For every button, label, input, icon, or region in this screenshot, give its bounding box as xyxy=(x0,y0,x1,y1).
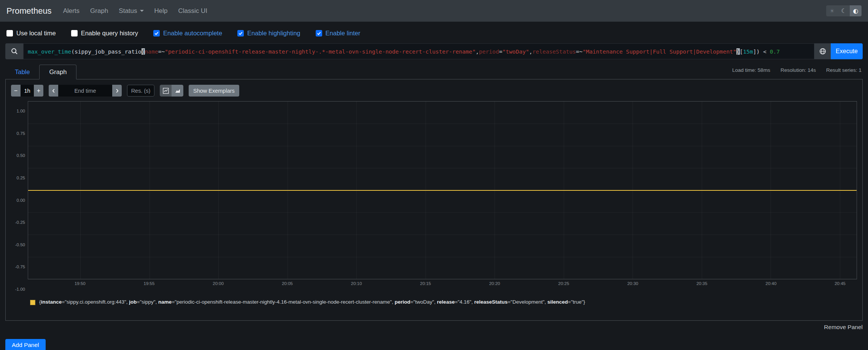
x-axis-tick-label: 20:10 xyxy=(351,281,362,286)
query-token: , xyxy=(529,48,533,55)
end-time-group xyxy=(49,85,122,97)
y-axis-tick-label: -0.25 xyxy=(15,220,25,225)
enable-autocomplete-checkbox[interactable]: Enable autocomplete xyxy=(153,30,222,37)
x-axis-tick-label: 20:35 xyxy=(696,281,707,286)
y-axis-tick-label: -1.00 xyxy=(15,287,25,291)
resolution: Resolution: 14s xyxy=(781,67,816,73)
enable-linter-checkbox[interactable]: Enable linter xyxy=(316,30,361,37)
area-chart-icon xyxy=(175,88,181,94)
query-token: } xyxy=(736,48,740,55)
execute-button[interactable]: Execute xyxy=(831,43,863,59)
checkbox-unchecked-icon xyxy=(6,30,13,36)
query-bar: max_over_time(sippy_job_pass_ratio{name=… xyxy=(5,43,863,59)
brand-prometheus[interactable]: Prometheus xyxy=(6,6,52,16)
chart-type-toggle xyxy=(160,85,183,97)
query-token: period xyxy=(479,48,499,55)
graph-section: 1.000.750.500.250.00-0.25-0.50-0.75-1.00… xyxy=(11,101,857,287)
sun-icon: ☀ xyxy=(830,8,835,14)
query-token: sippy_job_pass_ratio xyxy=(75,48,141,55)
x-axis-tick-label: 20:05 xyxy=(282,281,293,286)
query-token: 0.7 xyxy=(770,48,780,55)
search-icon xyxy=(5,43,23,59)
plot-area[interactable] xyxy=(28,101,857,279)
load-time: Load time: 58ms xyxy=(732,67,770,73)
increase-range-button[interactable]: + xyxy=(34,85,43,97)
legend: {instance="sippy.ci.openshift.org:443", … xyxy=(30,299,857,305)
tabs: Table Graph Load time: 58ms Resolution: … xyxy=(5,65,863,79)
x-axis-tick-label: 19:50 xyxy=(75,281,86,286)
y-axis: 1.000.750.500.250.00-0.25-0.50-0.75-1.00 xyxy=(11,111,28,289)
checkbox-unchecked-icon xyxy=(71,30,78,36)
remove-panel-link[interactable]: Remove Panel xyxy=(824,324,863,330)
nav-item-alerts[interactable]: Alerts xyxy=(58,7,85,15)
decrease-range-button[interactable]: − xyxy=(11,85,21,97)
nav-item-graph[interactable]: Graph xyxy=(85,7,113,15)
resolution-input[interactable] xyxy=(127,85,154,97)
x-axis-tick-label: 20:20 xyxy=(489,281,500,286)
checkbox-checked-icon xyxy=(237,30,244,36)
query-token: max_over_time xyxy=(28,48,71,55)
gridline-horizontal xyxy=(28,257,857,257)
query-token: =~ xyxy=(576,48,583,55)
globe-icon xyxy=(819,48,826,55)
stacked-graph-button[interactable] xyxy=(172,85,183,97)
light-theme-button[interactable]: ☀ xyxy=(826,5,838,16)
y-axis-tick-label: 0.00 xyxy=(17,198,25,203)
show-exemplars-button[interactable]: Show Exemplars xyxy=(189,85,239,97)
gridline-horizontal xyxy=(28,168,857,168)
remove-panel-row: Remove Panel xyxy=(5,324,863,331)
range-input[interactable] xyxy=(21,85,34,97)
series-color-swatch[interactable] xyxy=(30,300,35,305)
query-token: "periodic-ci-openshift-release-master-ni… xyxy=(165,48,475,55)
moon-icon: ☾ xyxy=(841,7,846,14)
query-token: ] xyxy=(753,48,757,55)
tab-table[interactable]: Table xyxy=(5,65,39,79)
tab-graph[interactable]: Graph xyxy=(39,65,76,79)
end-time-input[interactable] xyxy=(58,85,112,97)
auto-theme-button[interactable]: ◐ xyxy=(850,5,862,16)
graph-panel: − + Show Exemplars 1.000.750.500.250.00-… xyxy=(5,79,863,321)
chevron-down-icon xyxy=(140,10,144,14)
time-forward-button[interactable] xyxy=(112,85,122,97)
y-axis-tick-label: 0.25 xyxy=(17,176,25,180)
chevron-left-icon xyxy=(51,88,56,93)
add-panel-button[interactable]: Add Panel xyxy=(5,339,46,350)
x-axis-tick-label: 20:25 xyxy=(558,281,569,286)
series-label: {instance="sippy.ci.openshift.org:443", … xyxy=(39,299,585,305)
settings-row: Use local time Enable query history Enab… xyxy=(0,22,868,37)
minus-icon: − xyxy=(14,87,17,94)
query-token: ) xyxy=(757,48,760,55)
query-token: releaseStatus xyxy=(533,48,576,55)
navbar: Prometheus Alerts Graph Status Help Clas… xyxy=(0,0,868,22)
query-token: [ xyxy=(740,48,743,55)
line-graph-button[interactable] xyxy=(160,85,172,97)
enable-highlighting-checkbox[interactable]: Enable highlighting xyxy=(237,30,300,37)
checkbox-checked-icon xyxy=(316,30,322,36)
enable-query-history-checkbox[interactable]: Enable query history xyxy=(71,30,138,37)
query-token: name xyxy=(145,48,158,55)
metrics-explorer-button[interactable] xyxy=(814,43,831,59)
gridline-horizontal xyxy=(28,101,857,102)
query-expression-input[interactable]: max_over_time(sippy_job_pass_ratio{name=… xyxy=(23,43,814,59)
gridline-horizontal xyxy=(28,146,857,146)
query-token: ( xyxy=(71,48,75,55)
query-token: "Maintenance Support|Full Support|Develo… xyxy=(583,48,736,55)
y-axis-tick-label: 0.75 xyxy=(17,131,25,136)
query-token: "twoDay" xyxy=(502,48,529,55)
auto-contrast-icon: ◐ xyxy=(853,7,858,14)
nav-item-help[interactable]: Help xyxy=(149,7,173,15)
nav-item-classic-ui[interactable]: Classic UI xyxy=(173,7,213,15)
plus-icon: + xyxy=(37,87,40,94)
x-axis-tick-label: 20:45 xyxy=(835,281,846,286)
x-axis: 19:5019:5520:0020:0520:1020:1520:2020:25… xyxy=(28,279,857,287)
use-local-time-checkbox[interactable]: Use local time xyxy=(6,30,56,37)
x-axis-tick-label: 20:30 xyxy=(627,281,638,286)
query-token: =~ xyxy=(158,48,165,55)
dark-theme-button[interactable]: ☾ xyxy=(838,5,850,16)
y-axis-tick-label: -0.75 xyxy=(15,264,25,269)
nav-item-status[interactable]: Status xyxy=(113,7,149,15)
time-back-button[interactable] xyxy=(49,85,58,97)
x-axis-tick-label: 20:15 xyxy=(420,281,431,286)
gridline-horizontal xyxy=(28,124,857,124)
query-token: 15m xyxy=(743,48,753,55)
